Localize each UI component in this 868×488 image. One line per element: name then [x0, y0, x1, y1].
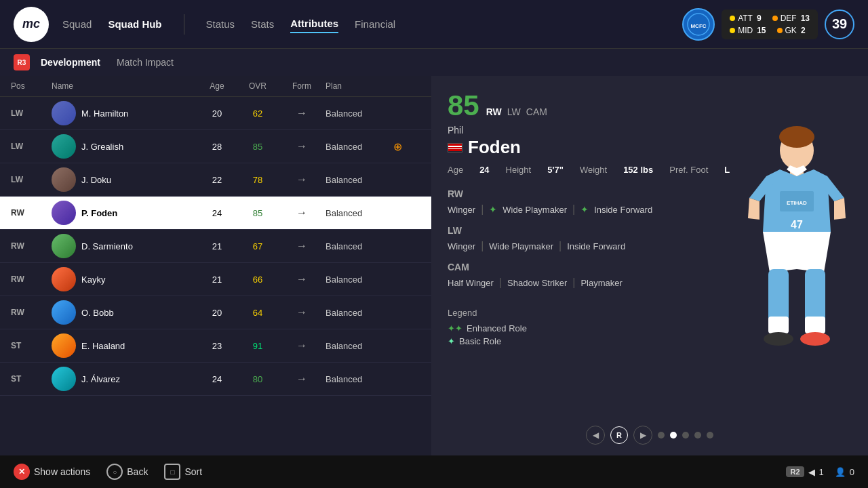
plan-icon: ⊕	[393, 140, 420, 153]
player-age: 28	[197, 142, 237, 152]
player-cell: M. Hamilton	[52, 101, 197, 125]
player-name: D. Sarmiento	[81, 241, 133, 251]
player-pos: RW	[11, 308, 52, 317]
player-form: →	[278, 107, 326, 119]
svg-rect-11	[805, 317, 825, 333]
nav-stats[interactable]: Stats	[251, 16, 274, 33]
col-pos: Pos	[11, 81, 52, 91]
tab-match-impact[interactable]: Match Impact	[111, 54, 179, 70]
gk-value: 2	[801, 26, 806, 35]
player-plan: Balanced	[326, 274, 393, 285]
wp-enhanced-icon: ✦	[489, 204, 497, 215]
att-dot	[730, 16, 735, 21]
player-cell: P. Foden	[52, 201, 197, 225]
pos-rw: RW	[486, 106, 502, 117]
player-ovr: 62	[237, 108, 278, 119]
show-actions-label: Show actions	[34, 466, 90, 477]
sort-button[interactable]: □ Sort	[164, 464, 202, 480]
player-name: J. Grealish	[81, 142, 123, 152]
table-row[interactable]: RW Kayky 21 66 → Balanced	[0, 263, 431, 296]
player-ovr: 66	[237, 274, 278, 285]
table-row-selected[interactable]: RW P. Foden 24 85 → Balanced	[0, 197, 431, 230]
player-plan: Balanced	[326, 142, 393, 152]
nav-status[interactable]: Status	[206, 16, 235, 33]
nav-squad-hub[interactable]: Squad Hub	[108, 16, 161, 33]
table-row[interactable]: RW O. Bobb 20 64 → Balanced	[0, 296, 431, 329]
player-pos: RW	[11, 274, 52, 284]
player-plan: Balanced	[326, 175, 393, 185]
def-dot	[772, 16, 778, 21]
player-ovr: 91	[237, 341, 278, 351]
player-age-val: 24	[479, 165, 489, 175]
role-shadow-striker: Shadow Striker	[507, 278, 567, 288]
page-prev[interactable]: ◀	[586, 426, 605, 445]
tab-development[interactable]: Development	[35, 54, 106, 70]
mid-dot	[730, 28, 735, 33]
page-dot-4[interactable]	[694, 432, 701, 439]
bottom-bar: ✕ Show actions ○ Back □ Sort R2 ◀ 1 👤 0	[0, 455, 868, 488]
table-row[interactable]: RW D. Sarmiento 21 67 → Balanced	[0, 230, 431, 263]
player-age: 21	[197, 274, 237, 285]
table-row[interactable]: ST J. Álvarez 24 80 → Balanced	[0, 363, 431, 396]
player-name: P. Foden	[81, 208, 117, 218]
person-icon: 👤	[835, 467, 846, 477]
att-value: 9	[757, 14, 762, 23]
player-pos: LW	[11, 175, 52, 184]
sort-label: Sort	[184, 466, 202, 477]
table-row[interactable]: LW J. Doku 22 78 → Balanced	[0, 163, 431, 197]
col-ovr: OVR	[237, 81, 278, 91]
page-dot-1[interactable]	[658, 432, 665, 439]
svg-text:MCFC: MCFC	[691, 23, 707, 29]
players-count: 1	[819, 467, 824, 477]
table-row[interactable]: LW M. Hamilton 20 62 → Balanced	[0, 97, 431, 130]
player-pos: LW	[11, 142, 52, 151]
player-detail-panel: 85 RW LW CAM Phil Foden Age 24 Height	[431, 76, 868, 455]
page-dot-5[interactable]	[707, 432, 713, 439]
nav-squad[interactable]: Squad	[62, 16, 92, 33]
list-header: Pos Name Age OVR Form Plan	[0, 76, 431, 97]
table-row[interactable]: ST E. Haaland 23 91 → Balanced	[0, 329, 431, 363]
table-row[interactable]: LW J. Grealish 28 85 → Balanced ⊕	[0, 130, 431, 163]
basic-role-icon: ✦	[448, 336, 455, 346]
age-label: Age	[448, 165, 463, 175]
mid-label: MID	[738, 26, 753, 35]
r2-badge: R2	[786, 466, 804, 477]
player-list: Pos Name Age OVR Form Plan LW M. Hamilto…	[0, 76, 431, 455]
back-button[interactable]: ○ Back	[106, 464, 148, 480]
player-silhouette: ETIHAD 47	[729, 123, 865, 408]
player-plan: Balanced	[326, 108, 393, 119]
player-form: →	[278, 306, 326, 319]
player-cell: J. Álvarez	[52, 367, 197, 391]
player-form: →	[278, 373, 326, 385]
role-wide-playmaker-lw: Wide Playmaker	[489, 241, 553, 251]
player-name: M. Hamilton	[81, 108, 128, 119]
nav-financial[interactable]: Financial	[355, 16, 395, 33]
player-age: 24	[197, 374, 237, 384]
page-dot-2[interactable]	[670, 432, 677, 439]
page-r-badge: R	[610, 426, 628, 444]
basic-role-label: Basic Role	[459, 336, 501, 346]
club-stats-box: ATT 9 DEF 13 MID 15 GK 2	[722, 9, 818, 39]
player-pos: ST	[11, 341, 52, 350]
x-button-icon: ✕	[14, 464, 30, 480]
role-winger-rw: Winger	[448, 205, 475, 215]
page-dot-3[interactable]	[682, 432, 689, 439]
nav-attributes[interactable]: Attributes	[290, 15, 338, 33]
positions-row: RW LW CAM	[486, 106, 547, 117]
page-next[interactable]: ▶	[633, 426, 652, 445]
pos-cam: CAM	[526, 106, 547, 117]
col-extra	[393, 81, 420, 91]
player-cell: J. Doku	[52, 167, 197, 192]
header: mc Squad Squad Hub Status Stats Attribut…	[0, 0, 868, 49]
player-model-area: ETIHAD 47	[726, 76, 868, 455]
top-right-stats: MCFC ATT 9 DEF 13 MID 15	[682, 8, 854, 41]
player-cell: O. Bobb	[52, 300, 197, 325]
svg-point-13	[800, 332, 830, 346]
player-cell: D. Sarmiento	[52, 234, 197, 258]
player-plan: Balanced	[326, 241, 393, 251]
show-actions-button[interactable]: ✕ Show actions	[14, 464, 90, 480]
pos-lw: LW	[507, 106, 521, 117]
svg-point-12	[764, 332, 793, 346]
avatar	[52, 134, 76, 159]
avatar	[52, 267, 76, 291]
